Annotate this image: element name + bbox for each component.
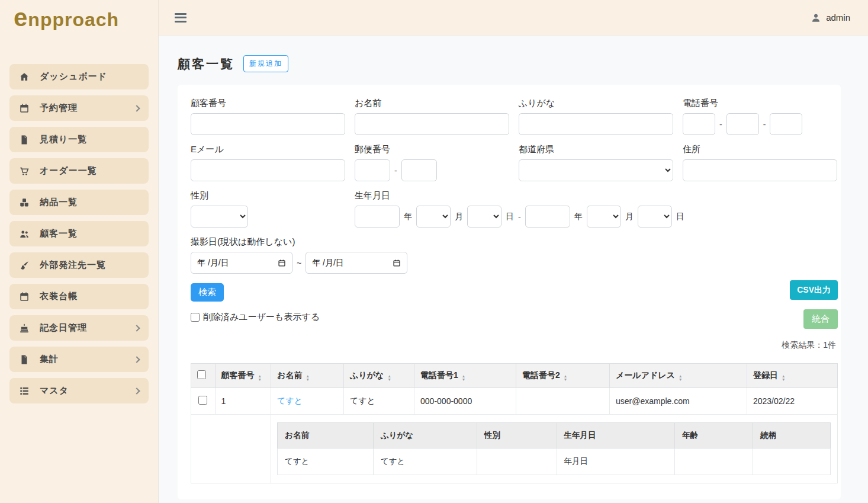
- phone-part1-input[interactable]: [683, 113, 715, 135]
- furigana-label: ふりがな: [519, 98, 673, 110]
- hamburger-menu-icon[interactable]: [175, 11, 187, 24]
- phone-part3-input[interactable]: [770, 113, 802, 135]
- cart-icon: [19, 166, 30, 177]
- search-form: 顧客番号 お名前 ふりがな 電話番号: [191, 98, 838, 483]
- birthday-label: 生年月日: [355, 190, 838, 202]
- cake-icon: [19, 323, 30, 334]
- csv-export-button[interactable]: CSV出力: [790, 280, 838, 300]
- subcell-birthday: 年月日: [557, 448, 675, 475]
- sidebar-item-costume-ledger[interactable]: 衣装台帳: [9, 284, 149, 309]
- customer-name-link[interactable]: てすと: [277, 396, 303, 405]
- user-icon: [811, 12, 821, 23]
- result-count: 検索結果：1件: [782, 340, 836, 351]
- sort-icon: ▲▼: [679, 374, 682, 381]
- sidebar-item-orders[interactable]: オーダー一覧: [9, 158, 149, 184]
- page-title: 顧客一覧: [178, 56, 234, 72]
- phone-dash: -: [763, 120, 766, 129]
- date-range-tilde: ~: [297, 258, 301, 268]
- gender-select[interactable]: [191, 206, 248, 228]
- customer-no-input[interactable]: [191, 113, 345, 135]
- phone-dash: -: [719, 120, 722, 129]
- sidebar-item-totals[interactable]: 集計: [9, 347, 149, 372]
- sidebar-item-label: 集計: [40, 354, 59, 365]
- search-button[interactable]: 検索: [191, 283, 224, 302]
- shoot-date-to-input[interactable]: 年 /月/日: [306, 252, 407, 274]
- date-placeholder: 年 /月/日: [312, 258, 344, 268]
- table-row: 1 てすと てすと 000-000-0000 user@example.com …: [191, 388, 838, 415]
- email-label: Eメール: [191, 144, 345, 156]
- sort-icon: ▲▼: [462, 374, 465, 381]
- birthday-from-day-select[interactable]: [467, 206, 501, 228]
- subcell-furigana: てすと: [373, 448, 477, 475]
- chevron-right-icon: [133, 387, 140, 394]
- postal-label: 郵便番号: [355, 144, 509, 156]
- add-new-button[interactable]: 新規追加: [243, 55, 288, 72]
- birthday-from-month-select[interactable]: [416, 206, 451, 228]
- name-input[interactable]: [355, 113, 509, 135]
- sidebar-item-label: 予約管理: [40, 102, 78, 114]
- table-header-row: 顧客番号▲▼ お名前▲▼ ふりがな▲▼ 電話番号1▲▼ 電話番号2▲▼ メールア…: [191, 364, 838, 388]
- day-unit-label: 日: [676, 212, 684, 222]
- sort-icon: ▲▼: [782, 374, 785, 381]
- sidebar-item-master[interactable]: マスタ: [9, 378, 149, 403]
- cell-registered-date: 2023/02/22: [747, 388, 837, 415]
- column-header-phone2[interactable]: 電話番号2▲▼: [516, 364, 610, 388]
- subcolumn-age: 年齢: [675, 423, 753, 448]
- sidebar-item-label: 外部発注先一覧: [40, 259, 106, 271]
- date-placeholder: 年 /月/日: [197, 258, 229, 268]
- show-deleted-checkbox[interactable]: [191, 313, 200, 322]
- sidebar-item-customers[interactable]: 顧客一覧: [9, 221, 149, 246]
- document-icon: [19, 354, 30, 365]
- subcolumn-relation: 続柄: [753, 423, 831, 448]
- phone-part2-input[interactable]: [726, 113, 759, 135]
- subtable-row: てすと てすと 年月日: [278, 448, 831, 475]
- column-header-email[interactable]: メールアドレス▲▼: [610, 364, 747, 388]
- month-unit-label: 月: [455, 212, 463, 222]
- column-header-phone1[interactable]: 電話番号1▲▼: [414, 364, 516, 388]
- sidebar-item-label: 見積り一覧: [40, 134, 87, 145]
- postal-part1-input[interactable]: [355, 159, 390, 181]
- birthday-to-year-input[interactable]: [525, 206, 570, 228]
- column-header-furigana[interactable]: ふりがな▲▼: [344, 364, 414, 388]
- prefecture-select[interactable]: [519, 159, 673, 181]
- gender-label: 性別: [191, 190, 345, 202]
- cell-phone1: 000-000-0000: [414, 388, 516, 415]
- subcell-name: てすと: [278, 448, 374, 475]
- calendar-icon: [19, 103, 30, 114]
- subcell-age: [675, 448, 753, 475]
- show-deleted-checkbox-row[interactable]: 削除済みユーザーも表示する: [191, 312, 838, 323]
- cell-furigana: てすと: [344, 388, 414, 415]
- user-menu[interactable]: admin: [811, 12, 850, 23]
- email-input[interactable]: [191, 159, 345, 181]
- select-all-checkbox[interactable]: [197, 370, 206, 379]
- sort-icon: ▲▼: [564, 374, 567, 381]
- birthday-to-day-select[interactable]: [638, 206, 672, 228]
- subcolumn-name: お名前: [278, 423, 374, 448]
- shoot-date-from-input[interactable]: 年 /月/日: [191, 252, 292, 274]
- year-unit-label: 年: [574, 212, 583, 222]
- day-unit-label: 日: [506, 212, 514, 222]
- user-name-label: admin: [826, 12, 850, 23]
- show-deleted-label: 削除済みユーザーも表示する: [203, 312, 320, 323]
- sidebar-item-anniversaries[interactable]: 記念日管理: [9, 315, 149, 341]
- merge-button[interactable]: 統合: [803, 309, 838, 329]
- sidebar-item-dashboard[interactable]: ダッシュボード: [9, 64, 149, 89]
- column-header-registered[interactable]: 登録日▲▼: [747, 364, 837, 388]
- column-header-name[interactable]: お名前▲▼: [271, 364, 344, 388]
- chevron-right-icon: [133, 356, 140, 363]
- detail-row: お名前 ふりがな 性別 生年月日 年齢 続柄: [191, 415, 838, 483]
- shoot-date-label: 撮影日(現状は動作しない): [191, 236, 838, 248]
- column-header-customer-no[interactable]: 顧客番号▲▼: [215, 364, 271, 388]
- sidebar-item-deliveries[interactable]: 納品一覧: [9, 190, 149, 215]
- birthday-to-month-select[interactable]: [587, 206, 621, 228]
- sidebar-item-label: ダッシュボード: [40, 71, 107, 82]
- furigana-input[interactable]: [519, 113, 673, 135]
- sidebar-item-quotes[interactable]: 見積り一覧: [9, 127, 149, 152]
- sort-icon: ▲▼: [387, 374, 391, 381]
- sidebar-item-external-vendors[interactable]: 外部発注先一覧: [9, 252, 149, 278]
- address-input[interactable]: [683, 159, 837, 181]
- row-checkbox[interactable]: [198, 396, 207, 405]
- postal-part2-input[interactable]: [401, 159, 437, 181]
- birthday-from-year-input[interactable]: [355, 206, 400, 228]
- sidebar-item-reservations[interactable]: 予約管理: [9, 95, 149, 121]
